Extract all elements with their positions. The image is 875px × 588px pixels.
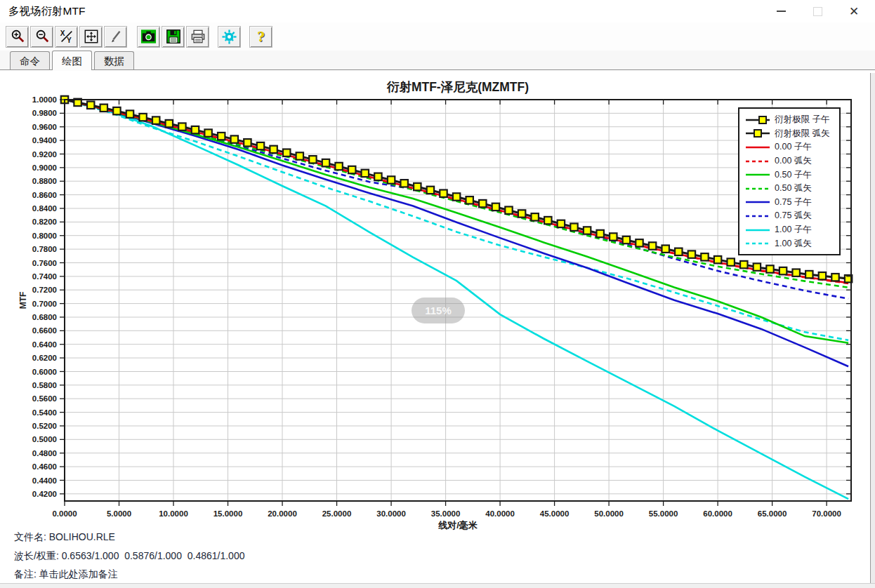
svg-text:0.7800: 0.7800 <box>32 245 57 253</box>
copy-image-camera-icon <box>140 29 157 44</box>
tab-data[interactable]: 数据 <box>94 51 134 70</box>
tab-data-label: 数据 <box>104 55 124 67</box>
legend-item: 0.50 弧矢 <box>745 182 835 196</box>
svg-text:0.5200: 0.5200 <box>32 422 57 430</box>
zoom-level-text: 115% <box>425 305 452 316</box>
svg-text:0.8200: 0.8200 <box>32 218 57 226</box>
chart-legend[interactable]: 衍射极限 子午衍射极限 弧矢0.00 子午0.00 弧矢0.50 子午0.50 … <box>738 107 841 255</box>
legend-label: 0.00 弧矢 <box>775 155 812 167</box>
svg-text:35.0000: 35.0000 <box>431 509 461 518</box>
zoom-in-button[interactable] <box>6 26 29 48</box>
svg-text:10.0000: 10.0000 <box>159 509 188 518</box>
legend-sample-icon <box>745 128 770 139</box>
zoom-out-icon <box>34 29 50 44</box>
window-controls: ✕ <box>763 0 872 22</box>
svg-text:Y: Y <box>67 36 72 44</box>
zoom-in-icon <box>10 29 25 44</box>
svg-text:0.8000: 0.8000 <box>32 232 57 240</box>
svg-text:60.0000: 60.0000 <box>703 509 732 518</box>
tab-bar: 命令 绘图 数据 <box>0 51 875 70</box>
svg-text:0.6800: 0.6800 <box>32 313 57 321</box>
svg-text:1.0000: 1.0000 <box>32 95 57 104</box>
legend-item: 衍射极限 子午 <box>745 113 835 127</box>
help-button[interactable]: ? <box>249 26 272 48</box>
legend-item: 1.00 弧矢 <box>745 236 835 250</box>
legend-label: 0.50 子午 <box>775 169 812 181</box>
legend-sample-icon <box>745 183 770 194</box>
svg-text:0.7200: 0.7200 <box>32 286 57 294</box>
close-icon: ✕ <box>849 6 859 18</box>
svg-text:0.7600: 0.7600 <box>32 259 57 267</box>
legend-item: 0.75 子午 <box>745 196 835 210</box>
minimize-button[interactable] <box>763 0 799 22</box>
note-line[interactable]: 备注: 单击此处添加备注 <box>14 568 118 581</box>
legend-sample-icon <box>745 169 770 180</box>
legend-item: 衍射极限 弧矢 <box>745 127 835 141</box>
svg-text:55.0000: 55.0000 <box>649 509 678 518</box>
legend-sample-icon <box>745 156 770 167</box>
fit-extents-button[interactable] <box>79 26 103 48</box>
svg-text:0.6600: 0.6600 <box>32 326 57 335</box>
filename-value: BOLIHOU.RLE <box>49 531 115 542</box>
maximize-icon <box>813 7 822 16</box>
annotate-pen-button[interactable] <box>104 26 127 48</box>
toolbar: X Y <box>0 22 875 51</box>
print-button[interactable] <box>186 26 209 48</box>
svg-text:衍射MTF-泽尼克(MZMTF): 衍射MTF-泽尼克(MZMTF) <box>386 80 529 94</box>
filename-label: 文件名: <box>14 531 46 542</box>
close-button[interactable]: ✕ <box>836 0 872 22</box>
tab-plot[interactable]: 绘图 <box>52 51 92 70</box>
save-button[interactable] <box>162 26 185 48</box>
svg-text:15.0000: 15.0000 <box>213 509 243 518</box>
svg-text:0.9200: 0.9200 <box>32 150 57 159</box>
legend-sample-icon <box>745 196 770 208</box>
wavelength-line: 波长/权重: 0.6563/1.000 0.5876/1.000 0.4861/… <box>14 550 244 563</box>
annotate-pen-icon <box>108 29 124 44</box>
legend-item: 0.50 子午 <box>745 168 835 182</box>
svg-text:0.0000: 0.0000 <box>52 509 77 518</box>
legend-sample-icon <box>745 238 770 249</box>
svg-text:0.4800: 0.4800 <box>32 449 57 457</box>
legend-label: 0.75 弧矢 <box>775 210 812 222</box>
window-bottom-border <box>0 583 875 588</box>
legend-item: 0.75 弧矢 <box>745 209 835 223</box>
svg-text:0.5800: 0.5800 <box>32 381 57 389</box>
titlebar: 多视场衍射MTF ✕ <box>0 0 875 22</box>
legend-label: 0.00 子午 <box>775 141 812 153</box>
filename-line: 文件名: BOLIHOU.RLE <box>14 531 115 544</box>
svg-text:X: X <box>60 29 65 37</box>
copy-image-button[interactable] <box>137 26 160 48</box>
svg-text:0.6400: 0.6400 <box>32 340 57 349</box>
svg-text:0.5400: 0.5400 <box>32 408 57 417</box>
legend-item: 0.00 子午 <box>745 140 835 154</box>
tab-plot-label: 绘图 <box>62 55 82 67</box>
legend-item: 0.00 弧矢 <box>745 154 835 168</box>
fit-extents-icon <box>84 29 99 44</box>
svg-text:0.8600: 0.8600 <box>32 191 57 199</box>
legend-label: 1.00 子午 <box>775 224 812 236</box>
svg-text:30.0000: 30.0000 <box>376 509 406 518</box>
note-placeholder: 单击此处添加备注 <box>39 568 118 580</box>
svg-text:65.0000: 65.0000 <box>758 509 787 518</box>
svg-text:0.4400: 0.4400 <box>32 476 57 485</box>
svg-text:5.0000: 5.0000 <box>107 509 131 518</box>
svg-text:0.9000: 0.9000 <box>32 163 57 172</box>
zoom-out-button[interactable] <box>30 26 53 48</box>
window-title: 多视场衍射MTF <box>8 4 85 19</box>
legend-label: 0.50 弧矢 <box>775 182 812 194</box>
settings-gear-icon <box>221 29 237 45</box>
svg-text:0.7400: 0.7400 <box>32 272 57 281</box>
mtf-window: { "window": { "title": "多视场衍射MTF", "cont… <box>0 0 875 588</box>
legend-label: 1.00 弧矢 <box>775 238 812 250</box>
tab-command[interactable]: 命令 <box>10 51 50 70</box>
plot-panel: 1.00000.98000.96000.94000.92000.90000.88… <box>0 70 875 585</box>
svg-text:0.5600: 0.5600 <box>32 394 57 403</box>
settings-button[interactable] <box>218 26 241 48</box>
svg-text:0.9800: 0.9800 <box>32 109 57 117</box>
svg-text:0.6200: 0.6200 <box>32 354 57 362</box>
maximize-button[interactable] <box>799 0 836 22</box>
svg-text:MTF: MTF <box>18 292 28 309</box>
xy-axes-icon: X Y <box>59 29 74 44</box>
minimize-icon <box>777 11 786 12</box>
xy-axes-button[interactable]: X Y <box>55 26 78 48</box>
